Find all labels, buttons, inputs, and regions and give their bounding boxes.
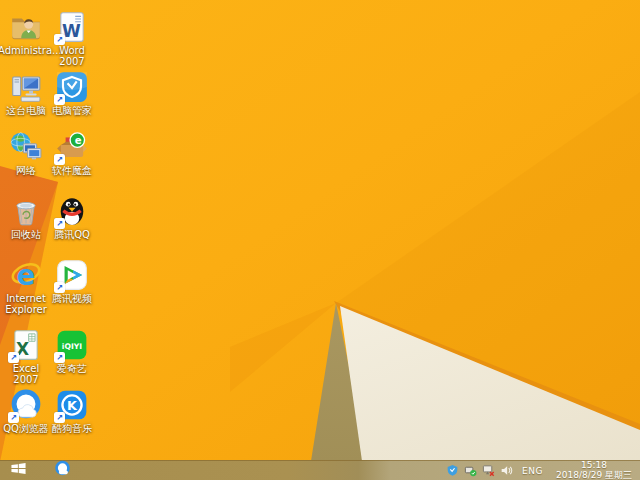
- desktop-icon-iqiyi[interactable]: iQIYI ↗ 爱奇艺: [46, 328, 98, 374]
- qq-browser-icon: [54, 460, 71, 480]
- kugou-music-icon: K ↗: [55, 388, 89, 422]
- icon-label: Excel 2007: [0, 363, 52, 385]
- svg-text:e: e: [75, 135, 82, 146]
- desktop-icon-software-magic-box[interactable]: e ↗ 软件魔盒: [46, 130, 98, 176]
- icon-label: 软件魔盒: [52, 165, 92, 176]
- shortcut-arrow-icon: ↗: [54, 34, 65, 45]
- desktop-icon-recycle-bin[interactable]: 回收站: [0, 194, 52, 240]
- desktop[interactable]: Administra... 这台电脑: [0, 0, 640, 480]
- desktop-icon-tencent-qq[interactable]: ↗ 腾讯QQ: [46, 194, 98, 240]
- desktop-icon-word-2007[interactable]: W ↗ Word 2007: [46, 10, 98, 67]
- word-2007-icon: W ↗: [55, 10, 89, 44]
- desktop-icon-kugou-music[interactable]: K ↗ 酷狗音乐: [46, 388, 98, 434]
- taskbar-qq-browser-button[interactable]: [47, 461, 77, 480]
- administrator-icon: [9, 10, 43, 44]
- desktop-icon-tencent-video[interactable]: ↗ 腾讯视频: [46, 258, 98, 304]
- pc-manager-icon: ↗: [55, 70, 89, 104]
- system-tray: ENG 15:18 2018/8/29 星期三: [446, 461, 640, 480]
- qq-browser-icon: ↗: [9, 388, 43, 422]
- tray-network-disconnected-icon[interactable]: [482, 464, 495, 477]
- icon-label: 爱奇艺: [57, 363, 87, 374]
- icon-label: 回收站: [11, 229, 41, 240]
- shortcut-arrow-icon: ↗: [54, 218, 65, 229]
- icon-label: 电脑管家: [52, 105, 92, 116]
- svg-text:K: K: [67, 398, 78, 413]
- software-magic-box-icon: e ↗: [55, 130, 89, 164]
- shortcut-arrow-icon: ↗: [54, 352, 65, 363]
- windows-logo-icon: [10, 461, 27, 480]
- svg-text:iQIYI: iQIYI: [62, 342, 82, 351]
- network-icon: [9, 130, 43, 164]
- desktop-icon-administrator[interactable]: Administra...: [0, 10, 52, 56]
- taskbar: ENG 15:18 2018/8/29 星期三: [0, 460, 640, 480]
- tray-pc-manager-icon[interactable]: [446, 464, 459, 477]
- shortcut-arrow-icon: ↗: [54, 94, 65, 105]
- desktop-icon-internet-explorer[interactable]: e Internet Explorer: [0, 258, 52, 315]
- shortcut-arrow-icon: ↗: [54, 412, 65, 423]
- desktop-icon-excel-2007[interactable]: X ↗ Excel 2007: [0, 328, 52, 385]
- shortcut-arrow-icon: ↗: [54, 154, 65, 165]
- tencent-qq-icon: ↗: [55, 194, 89, 228]
- clock-date: 2018/8/29 星期三: [556, 471, 632, 480]
- desktop-icon-qq-browser[interactable]: ↗ QQ浏览器: [0, 388, 52, 434]
- icon-label: 腾讯视频: [52, 293, 92, 304]
- start-button[interactable]: [0, 461, 36, 480]
- svg-text:e: e: [16, 259, 35, 292]
- desktop-icon-pc-manager[interactable]: ↗ 电脑管家: [46, 70, 98, 116]
- shortcut-arrow-icon: ↗: [8, 412, 19, 423]
- icon-label: 腾讯QQ: [54, 229, 90, 240]
- icon-label: Word 2007: [46, 45, 98, 67]
- icon-label: 酷狗音乐: [52, 423, 92, 434]
- iqiyi-icon: iQIYI ↗: [55, 328, 89, 362]
- shortcut-arrow-icon: ↗: [54, 282, 65, 293]
- internet-explorer-icon: e: [9, 258, 43, 292]
- recycle-bin-icon: [9, 194, 43, 228]
- desktop-icon-this-pc[interactable]: 这台电脑: [0, 70, 52, 116]
- this-pc-icon: [9, 70, 43, 104]
- tencent-video-icon: ↗: [55, 258, 89, 292]
- icon-label: 网络: [16, 165, 36, 176]
- taskbar-clock[interactable]: 15:18 2018/8/29 星期三: [553, 461, 635, 480]
- excel-2007-icon: X ↗: [9, 328, 43, 362]
- tray-safe-hardware-icon[interactable]: [464, 464, 477, 477]
- icon-label: QQ浏览器: [3, 423, 49, 434]
- tray-volume-icon[interactable]: [500, 464, 513, 477]
- shortcut-arrow-icon: ↗: [8, 352, 19, 363]
- icon-label: Internet Explorer: [0, 293, 52, 315]
- language-indicator[interactable]: ENG: [522, 466, 543, 476]
- icon-label: 这台电脑: [6, 105, 46, 116]
- desktop-icon-network[interactable]: 网络: [0, 130, 52, 176]
